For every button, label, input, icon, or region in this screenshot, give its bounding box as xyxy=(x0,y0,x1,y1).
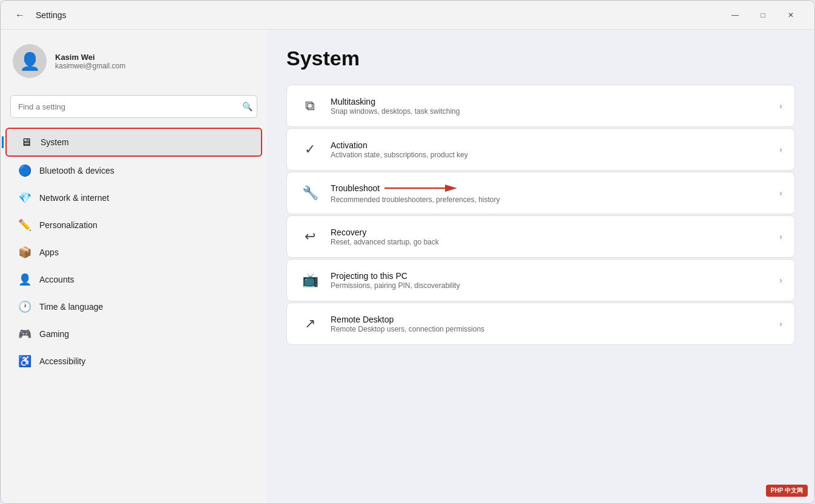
recovery-desc: Reset, advanced startup, go back xyxy=(331,238,770,246)
user-profile: 👤 Kasim Wei kasimwei@gmail.com xyxy=(1,37,267,90)
troubleshoot-text: Troubleshoot Recommended troubleshooters… xyxy=(331,182,770,204)
minimize-button[interactable]: — xyxy=(721,5,749,25)
settings-list: ⧉ Multitasking Snap windows, desktops, t… xyxy=(286,85,795,345)
recovery-chevron: › xyxy=(779,232,782,241)
activation-chevron: › xyxy=(779,145,782,154)
window-controls: — □ ✕ xyxy=(721,5,805,25)
close-button[interactable]: ✕ xyxy=(777,5,805,25)
personalization-label: Personalization xyxy=(39,220,97,230)
arrow-line xyxy=(384,182,457,194)
multitasking-title: Multitasking xyxy=(331,97,375,106)
avatar: 👤 xyxy=(13,44,47,78)
gaming-icon: 🎮 xyxy=(18,327,32,341)
sidebar-item-apps[interactable]: 📦 Apps xyxy=(5,239,262,266)
projecting-text: Projecting to this PC Permissions, pairi… xyxy=(331,270,770,290)
sidebar-item-network[interactable]: 💎 Network & internet xyxy=(5,185,262,211)
nav-list: 🖥 System 🔵 Bluetooth & devices 💎 Network… xyxy=(1,128,267,375)
sidebar-item-time[interactable]: 🕐 Time & language xyxy=(5,293,262,320)
search-box: 🔍 xyxy=(10,95,257,118)
search-button[interactable]: 🔍 xyxy=(242,102,252,111)
troubleshoot-icon: 🔧 xyxy=(299,182,321,204)
settings-item-remote-desktop[interactable]: ↗ Remote Desktop Remote Desktop users, c… xyxy=(286,303,795,345)
multitasking-text: Multitasking Snap windows, desktops, tas… xyxy=(331,96,770,116)
sidebar-item-system[interactable]: 🖥 System xyxy=(5,128,262,157)
php-badge: PHP 中文网 xyxy=(766,485,808,497)
sidebar-item-accounts[interactable]: 👤 Accounts xyxy=(5,266,262,293)
personalization-icon: ✏️ xyxy=(18,218,32,232)
accounts-icon: 👤 xyxy=(18,272,32,287)
accessibility-icon: ♿ xyxy=(18,354,32,368)
system-icon: 🖥 xyxy=(19,135,33,149)
content-area: System ⧉ Multitasking Snap windows, desk… xyxy=(267,30,814,503)
projecting-icon: 📺 xyxy=(299,269,321,291)
settings-item-multitasking[interactable]: ⧉ Multitasking Snap windows, desktops, t… xyxy=(286,85,795,127)
svg-marker-1 xyxy=(445,185,457,192)
remote-desktop-title: Remote Desktop xyxy=(331,315,394,324)
activation-text: Activation Activation state, subscriptio… xyxy=(331,140,770,159)
troubleshoot-title: Troubleshoot xyxy=(331,182,457,194)
window-title: Settings xyxy=(36,10,67,20)
network-icon: 💎 xyxy=(18,191,32,205)
activation-desc: Activation state, subscriptions, product… xyxy=(331,151,770,159)
sidebar-item-bluetooth[interactable]: 🔵 Bluetooth & devices xyxy=(5,157,262,184)
remote-desktop-text: Remote Desktop Remote Desktop users, con… xyxy=(331,314,770,333)
recovery-text: Recovery Reset, advanced startup, go bac… xyxy=(331,227,770,246)
recovery-title: Recovery xyxy=(331,227,366,237)
accounts-label: Accounts xyxy=(39,275,74,284)
main-content: 👤 Kasim Wei kasimwei@gmail.com 🔍 🖥 Syste… xyxy=(1,30,814,503)
page-title: System xyxy=(286,47,795,70)
red-arrow-annotation xyxy=(384,182,457,194)
title-bar: ← Settings — □ ✕ xyxy=(1,1,814,30)
bluetooth-icon: 🔵 xyxy=(18,163,32,178)
settings-window: ← Settings — □ ✕ 👤 Kasim Wei kasimwei@gm… xyxy=(0,0,815,504)
bluetooth-label: Bluetooth & devices xyxy=(39,166,114,175)
projecting-desc: Permissions, pairing PIN, discoverabilit… xyxy=(331,281,770,290)
settings-item-activation[interactable]: ✓ Activation Activation state, subscript… xyxy=(286,128,795,171)
troubleshoot-desc: Recommended troubleshooters, preferences… xyxy=(331,195,770,204)
multitasking-chevron: › xyxy=(779,101,782,111)
sidebar-item-gaming[interactable]: 🎮 Gaming xyxy=(5,321,262,347)
settings-item-troubleshoot[interactable]: 🔧 Troubleshoot Recommended troubleshoote… xyxy=(286,172,795,214)
time-label: Time & language xyxy=(39,302,103,312)
multitasking-icon: ⧉ xyxy=(299,95,321,117)
recovery-icon: ↩ xyxy=(299,226,321,247)
time-icon: 🕐 xyxy=(18,299,32,314)
sidebar-item-personalization[interactable]: ✏️ Personalization xyxy=(5,212,262,238)
user-icon: 👤 xyxy=(19,51,41,71)
sidebar: 👤 Kasim Wei kasimwei@gmail.com 🔍 🖥 Syste… xyxy=(1,30,267,503)
remote-desktop-icon: ↗ xyxy=(299,313,321,335)
settings-item-recovery[interactable]: ↩ Recovery Reset, advanced startup, go b… xyxy=(286,215,795,258)
projecting-title: Projecting to this PC xyxy=(331,271,408,281)
apps-icon: 📦 xyxy=(18,245,32,260)
user-info: Kasim Wei kasimwei@gmail.com xyxy=(55,53,125,70)
remote-desktop-chevron: › xyxy=(779,319,782,329)
activation-title: Activation xyxy=(331,140,368,150)
search-input[interactable] xyxy=(10,95,257,118)
user-email: kasimwei@gmail.com xyxy=(55,62,125,70)
projecting-chevron: › xyxy=(779,275,782,285)
multitasking-desc: Snap windows, desktops, task switching xyxy=(331,107,770,116)
sidebar-item-accessibility[interactable]: ♿ Accessibility xyxy=(5,348,262,375)
title-bar-left: ← Settings xyxy=(10,5,721,25)
network-label: Network & internet xyxy=(39,193,109,203)
user-name: Kasim Wei xyxy=(55,53,125,62)
settings-item-projecting[interactable]: 📺 Projecting to this PC Permissions, pai… xyxy=(286,259,795,301)
activation-icon: ✓ xyxy=(299,139,321,160)
accessibility-label: Accessibility xyxy=(39,356,85,366)
troubleshoot-chevron: › xyxy=(779,188,782,198)
system-label: System xyxy=(41,137,69,147)
apps-label: Apps xyxy=(39,247,59,257)
gaming-label: Gaming xyxy=(39,329,69,339)
back-button[interactable]: ← xyxy=(10,5,30,25)
remote-desktop-desc: Remote Desktop users, connection permiss… xyxy=(331,325,770,333)
maximize-button[interactable]: □ xyxy=(749,5,777,25)
